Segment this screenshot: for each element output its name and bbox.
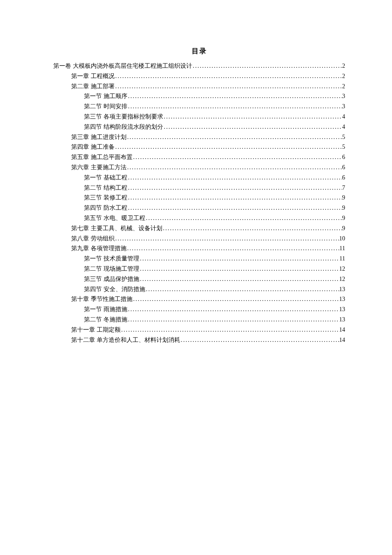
toc-entry[interactable]: 第十章 季节性施工措施13 [53, 294, 345, 304]
toc-dots [139, 274, 340, 284]
toc-entry[interactable]: 第三节 成品保护措施12 [53, 274, 345, 284]
toc-entry[interactable]: 第二节 冬施措施13 [53, 315, 345, 325]
toc-entry-label: 第三节 装修工程 [84, 193, 127, 203]
toc-entry-page: 13 [339, 294, 345, 304]
toc-entry-page: 4 [342, 122, 345, 132]
toc-dots [127, 203, 343, 213]
toc-entry-page: 14 [339, 325, 345, 335]
toc-entry-page: 9 [342, 203, 345, 213]
toc-dots [127, 315, 340, 325]
toc-dots [127, 183, 343, 193]
toc-entry[interactable]: 第三节 各项主要指标控制要求4 [53, 112, 345, 122]
toc-entry-label: 第四节 结构阶段流水段的划分 [84, 122, 163, 132]
toc-entry-label: 第四节 安全、消防措施 [84, 284, 145, 295]
toc-entry-label: 第三节 各项主要指标控制要求 [84, 112, 163, 122]
toc-dots [121, 325, 340, 335]
toc-entry[interactable]: 第三节 装修工程9 [53, 193, 345, 203]
toc-entry[interactable]: 第一章 工程概况2 [53, 71, 345, 81]
toc-entry-page: 9 [342, 213, 345, 223]
toc-entry-label: 第八章 劳动组织 [71, 234, 115, 244]
toc-entry[interactable]: 第五节 水电、暖卫工程9 [53, 213, 345, 223]
toc-entry-page: 3 [342, 101, 345, 112]
toc-entry[interactable]: 第一节 雨施措施13 [53, 304, 345, 315]
toc-entry-label: 第一章 工程概况 [71, 71, 115, 81]
toc-dots [133, 152, 343, 162]
toc-entry-page: 2 [342, 61, 345, 71]
toc-title: 目录 [53, 47, 345, 56]
toc-dots [127, 193, 343, 203]
toc-entry-label: 第九章 各项管理措施 [71, 243, 127, 254]
toc-entry-page: 13 [339, 315, 345, 325]
toc-entry[interactable]: 第九章 各项管理措施11 [53, 243, 345, 254]
toc-dots [145, 284, 340, 295]
toc-entry-page: 13 [339, 284, 345, 295]
toc-entry-page: 13 [339, 304, 345, 315]
toc-entry-label: 第四章 施工准备 [71, 142, 115, 152]
toc-entry-page: 5 [342, 132, 345, 142]
toc-entry[interactable]: 第四章 施工准备5 [53, 142, 345, 152]
toc-entry-label: 第十二章 单方造价和人工、材料计划消耗 [71, 335, 180, 345]
toc-entry[interactable]: 第七章 主要工具、机械、设备计划9 [53, 223, 345, 234]
toc-entry-label: 第二节 现场施工管理 [84, 264, 139, 274]
toc-entry-label: 第一节 基础工程 [84, 173, 127, 183]
toc-entry-label: 第五节 水电、暖卫工程 [84, 213, 145, 223]
toc-dots [115, 71, 343, 81]
toc-entry-label: 第十章 季节性施工措施 [71, 294, 133, 304]
toc-entry-label: 第二节 结构工程 [84, 183, 127, 193]
toc-entry-page: 3 [342, 91, 345, 101]
toc-dots [127, 304, 340, 315]
toc-entry[interactable]: 第四节 安全、消防措施13 [53, 284, 345, 295]
toc-entry-label: 第四节 防水工程 [84, 203, 127, 213]
toc-dots [115, 81, 343, 92]
toc-entry-label: 第一节 施工顺序 [84, 91, 127, 101]
toc-entry[interactable]: 第二节 结构工程7 [53, 183, 345, 193]
toc-entry[interactable]: 第二章 施工部署2 [53, 81, 345, 92]
toc-dots [180, 335, 340, 345]
toc-entry-page: 9 [342, 193, 345, 203]
toc-entry[interactable]: 第一卷 大模板内浇外板高层住宅楼工程施工组织设计2 [53, 61, 345, 71]
toc-entry-page: 2 [342, 71, 345, 81]
toc-entry[interactable]: 第一节 技术质量管理11 [53, 254, 345, 264]
toc-dots [127, 91, 343, 101]
toc-dots [133, 294, 340, 304]
toc-entry-page: 14 [339, 335, 345, 345]
toc-entry-page: 2 [342, 81, 345, 92]
toc-entry-page: 4 [342, 112, 345, 122]
toc-entry-label: 第五章 施工总平面布置 [71, 152, 133, 162]
toc-entry-label: 第七章 主要工具、机械、设备计划 [71, 223, 162, 234]
toc-entry-page: 6 [342, 162, 345, 173]
toc-entry[interactable]: 第四节 防水工程9 [53, 203, 345, 213]
toc-entry-page: 12 [339, 274, 345, 284]
toc-dots [139, 264, 340, 274]
toc-entry[interactable]: 第四节 结构阶段流水段的划分4 [53, 122, 345, 132]
toc-entry-label: 第二节 时间安排 [84, 101, 127, 112]
toc-entry[interactable]: 第五章 施工总平面布置6 [53, 152, 345, 162]
toc-entry[interactable]: 第八章 劳动组织10 [53, 234, 345, 244]
toc-entry-page: 5 [342, 142, 345, 152]
toc-dots [192, 61, 343, 71]
toc-entry-page: 10 [339, 234, 345, 244]
toc-dots [127, 243, 340, 254]
toc-entry[interactable]: 第六章 主要施工方法6 [53, 162, 345, 173]
toc-entry-label: 第三章 施工进度计划 [71, 132, 127, 142]
toc-entry-label: 第三节 成品保护措施 [84, 274, 139, 284]
toc-entry-page: 11 [340, 243, 345, 254]
toc-entry[interactable]: 第十二章 单方造价和人工、材料计划消耗14 [53, 335, 345, 345]
toc-entry-label: 第一卷 大模板内浇外板高层住宅楼工程施工组织设计 [53, 61, 192, 71]
toc-entry-page: 6 [342, 152, 345, 162]
toc-entry-label: 第十一章 工期定额 [71, 325, 121, 335]
toc-entry[interactable]: 第一节 施工顺序3 [53, 91, 345, 101]
toc-dots [127, 132, 343, 142]
toc-entry[interactable]: 第三章 施工进度计划5 [53, 132, 345, 142]
toc-dots [115, 234, 340, 244]
toc-entry[interactable]: 第二节 现场施工管理12 [53, 264, 345, 274]
toc-entry-label: 第二节 冬施措施 [84, 315, 127, 325]
toc-entry-page: 9 [342, 223, 345, 234]
toc-entry-label: 第一节 雨施措施 [84, 304, 127, 315]
toc-entry[interactable]: 第十一章 工期定额14 [53, 325, 345, 335]
toc-entry[interactable]: 第二节 时间安排3 [53, 101, 345, 112]
toc-entry[interactable]: 第一节 基础工程6 [53, 173, 345, 183]
toc-entry-page: 6 [342, 173, 345, 183]
toc-entry-label: 第一节 技术质量管理 [84, 254, 139, 264]
toc-entry-label: 第二章 施工部署 [71, 81, 115, 92]
